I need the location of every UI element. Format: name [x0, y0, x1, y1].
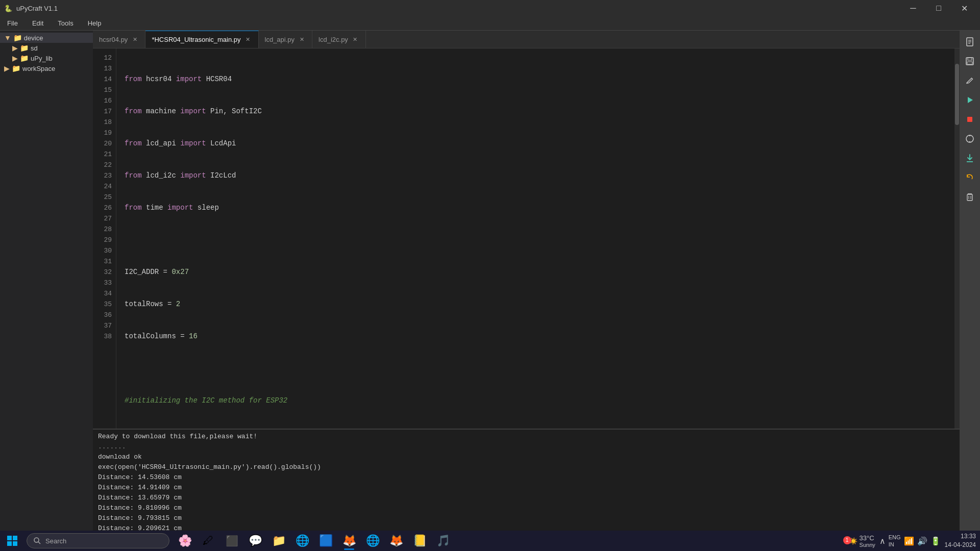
folder-icon5: ▶ [12, 54, 18, 62]
restore-button[interactable]: □ [927, 0, 950, 16]
rt-undo-btn[interactable] [961, 168, 979, 187]
store-icon: 🟦 [319, 534, 333, 547]
stop-icon [965, 114, 975, 124]
rt-clear-btn[interactable] [961, 188, 979, 206]
sidebar-label-upylib: uPy_lib [31, 55, 53, 62]
taskbar-app-firefox2[interactable]: 🦊 [385, 531, 407, 551]
connect-icon [965, 134, 975, 144]
svg-rect-16 [7, 536, 12, 540]
minimize-button[interactable]: ─ [901, 0, 925, 16]
rt-connect-btn[interactable] [961, 130, 979, 148]
tab-lcdi2c[interactable]: lcd_i2c.py ✕ [312, 31, 366, 48]
folder-icon2: 📁 [13, 34, 22, 42]
code-line-21 [125, 363, 950, 374]
taskbar-app-widget2[interactable]: 🖊 [197, 531, 219, 551]
code-line-12: from hcsr04 import HCSR04 [125, 74, 950, 85]
close-button[interactable]: ✕ [952, 0, 976, 16]
code-line-14: from lcd_api import LcdApi [125, 138, 950, 149]
code-line-15: from lcd_i2c import I2cLcd [125, 170, 950, 181]
taskbar-app-media[interactable]: 🎵 [432, 531, 454, 551]
right-toolbar [960, 31, 980, 531]
sidebar-item-sd[interactable]: ▶ 📁 sd [0, 43, 93, 53]
tab-label-lcdapi: lcd_api.py [265, 36, 295, 43]
console-line-1: Ready to download this file,please wait! [98, 433, 954, 443]
console-line-3: download ok [98, 453, 954, 463]
sidebar-item-device[interactable]: ▼ 📁 device [0, 33, 93, 43]
tab-close-lcdapi[interactable]: ✕ [298, 35, 306, 43]
taskbar-app-firefox[interactable]: 🦊 [338, 531, 360, 551]
titlebar: 🐍 uPyCraft V1.1 ─ □ ✕ [0, 0, 980, 16]
rt-edit-btn[interactable] [961, 71, 979, 90]
chevron-up-icon[interactable]: ∧ [879, 536, 886, 546]
menu-edit[interactable]: Edit [29, 18, 46, 28]
console-line-2: ....... [98, 443, 954, 453]
taskbar-app-store[interactable]: 🟦 [314, 531, 337, 551]
tab-close-lcdi2c[interactable]: ✕ [351, 35, 359, 43]
weather-temp: 33°C [860, 534, 875, 542]
rt-download-btn[interactable] [961, 149, 979, 167]
tab-lcdapi[interactable]: lcd_api.py ✕ [259, 31, 313, 48]
line-numbers: 12 13 14 15 16 17 18 19 20 21 22 23 24 2… [93, 48, 116, 429]
language-region: IN [889, 541, 894, 547]
taskbar-app-chrome[interactable]: 🌐 [361, 531, 384, 551]
svg-rect-17 [13, 536, 17, 540]
tab-main[interactable]: *HCSR04_Ultrasonic_main.py ✕ [145, 31, 258, 48]
code-line-20: totalColumns = 16 [125, 331, 950, 342]
new-file-icon [965, 37, 975, 47]
console-line-7: Distance: 13.65979 cm [98, 494, 954, 504]
clock-time: 13:33 [945, 532, 976, 541]
weather-condition: Sunny [860, 542, 875, 548]
svg-line-21 [38, 542, 40, 544]
svg-marker-7 [968, 97, 973, 103]
taskbar-app-terminal[interactable]: ⬛ [220, 531, 243, 551]
wifi-icon[interactable]: 📶 [904, 536, 914, 546]
rt-save-btn[interactable] [961, 52, 979, 70]
battery-icon[interactable]: 🔋 [930, 536, 941, 546]
sidebar-item-upylib[interactable]: ▶ 📁 uPy_lib [0, 53, 93, 63]
menu-file[interactable]: File [4, 18, 21, 28]
svg-point-9 [966, 135, 973, 142]
start-button[interactable] [0, 531, 24, 551]
files-icon: 📁 [272, 534, 286, 547]
rt-new-file-btn[interactable] [961, 33, 979, 51]
volume-icon[interactable]: 🔊 [917, 536, 927, 546]
taskbar-app-files[interactable]: 📁 [267, 531, 290, 551]
code-editor[interactable]: 12 13 14 15 16 17 18 19 20 21 22 23 24 2… [93, 48, 960, 429]
sidebar: ▼ 📁 device ▶ 📁 sd ▶ 📁 uPy_lib ▶ 📁 workSp… [0, 31, 93, 531]
console-line-6: Distance: 14.91409 cm [98, 484, 954, 494]
terminal-icon: ⬛ [226, 535, 238, 547]
folder-icon7: ▶ [4, 64, 10, 72]
console-panel[interactable]: Ready to download this file,please wait!… [93, 429, 960, 531]
sidebar-item-workspace[interactable]: ▶ 📁 workSpace [0, 63, 93, 73]
tab-label-lcdi2c: lcd_i2c.py [318, 36, 348, 43]
tab-hcsr04[interactable]: hcsr04.py ✕ [93, 31, 145, 48]
menubar: File Edit Tools Help [0, 16, 980, 31]
tab-close-hcsr04[interactable]: ✕ [131, 35, 139, 43]
taskbar-apps: 🌸 🖊 ⬛ 💬 📁 🌐 🟦 🦊 🌐 🦊 📒 [174, 531, 454, 551]
scrollbar[interactable] [954, 48, 960, 429]
clock[interactable]: 13:33 14-04-2024 [945, 532, 976, 549]
folder-icon: ▼ [4, 34, 11, 42]
search-bar[interactable]: Search [27, 533, 169, 548]
folder-icon4: 📁 [20, 44, 29, 52]
menu-help[interactable]: Help [85, 18, 105, 28]
taskbar-right: 1 ☀️ 33°C Sunny ∧ ENG IN 📶 🔊 🔋 13:33 14-… [841, 532, 980, 549]
rt-run-btn[interactable] [961, 91, 979, 109]
search-placeholder: Search [45, 537, 66, 545]
menu-tools[interactable]: Tools [55, 18, 76, 28]
rt-stop-btn[interactable] [961, 110, 979, 129]
taskbar-app-edge[interactable]: 🌐 [291, 531, 313, 551]
taskbar-app-widget1[interactable]: 🌸 [174, 531, 196, 551]
media-icon: 🎵 [436, 534, 450, 547]
tab-close-main[interactable]: ✕ [244, 36, 252, 44]
language-icon[interactable]: ENG IN [889, 534, 901, 548]
taskbar-app-notepad[interactable]: 📒 [408, 531, 431, 551]
taskbar-app-teams[interactable]: 💬 [244, 531, 266, 551]
code-content[interactable]: from hcsr04 import HCSR04 from machine i… [116, 48, 954, 429]
widget1-icon: 🌸 [178, 534, 192, 547]
firefox2-icon: 🦊 [389, 534, 403, 547]
scrollbar-thumb[interactable] [955, 64, 959, 125]
main-area: ▼ 📁 device ▶ 📁 sd ▶ 📁 uPy_lib ▶ 📁 workSp… [0, 31, 980, 531]
svg-rect-13 [967, 194, 972, 201]
code-line-19: totalRows = 2 [125, 299, 950, 310]
